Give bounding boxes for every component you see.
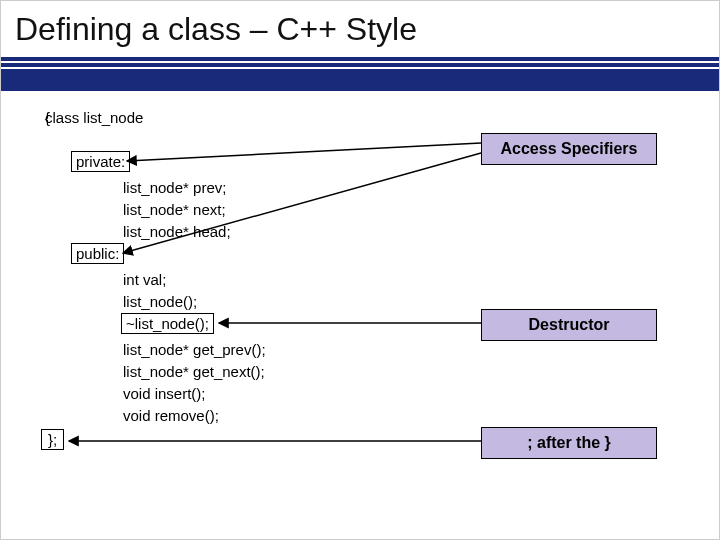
slide-title: Defining a class – C++ Style	[15, 11, 705, 48]
code-member-val: int val;	[123, 271, 166, 288]
code-class-decl: class list_node	[45, 109, 143, 126]
code-open-brace: {	[45, 109, 50, 126]
code-member-head: list_node* head;	[123, 223, 231, 240]
code-member-next: list_node* next;	[123, 201, 226, 218]
content-area: class list_node { private: list_node* pr…	[45, 109, 699, 523]
code-close-brace: };	[41, 429, 64, 450]
divider-line-2	[1, 63, 719, 67]
code-member-prev: list_node* prev;	[123, 179, 226, 196]
header: Defining a class – C++ Style	[1, 1, 719, 52]
callout-destructor: Destructor	[481, 309, 657, 341]
code-get-prev: list_node* get_prev();	[123, 341, 266, 358]
code-insert: void insert();	[123, 385, 206, 402]
svg-line-0	[127, 143, 481, 161]
code-destructor: ~list_node();	[121, 313, 214, 334]
code-private-keyword: private:	[71, 151, 130, 172]
slide: Defining a class – C++ Style class list_…	[0, 0, 720, 540]
callout-semicolon: ; after the }	[481, 427, 657, 459]
divider-line-1	[1, 57, 719, 61]
code-constructor: list_node();	[123, 293, 197, 310]
code-public-keyword: public:	[71, 243, 124, 264]
callout-access-specifiers: Access Specifiers	[481, 133, 657, 165]
title-band	[1, 69, 719, 91]
code-get-next: list_node* get_next();	[123, 363, 265, 380]
code-remove: void remove();	[123, 407, 219, 424]
